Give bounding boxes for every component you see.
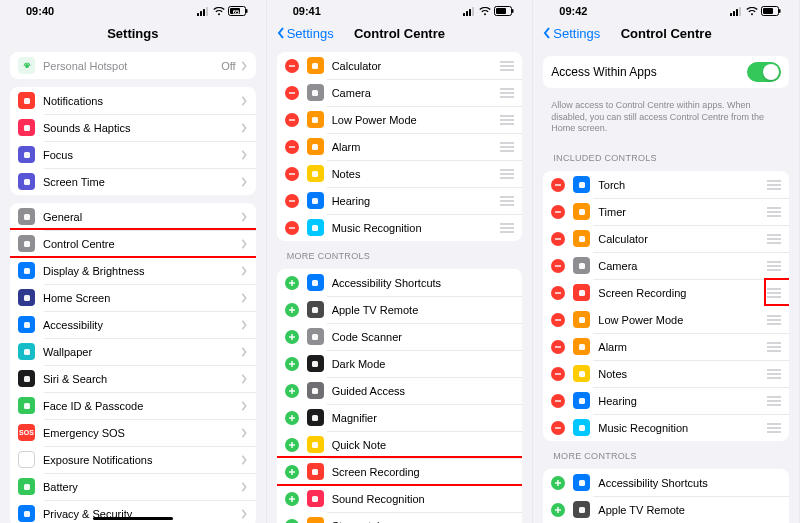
drag-handle-icon[interactable] xyxy=(767,261,781,271)
remove-button[interactable] xyxy=(285,167,299,181)
svg-rect-80 xyxy=(312,388,318,394)
remove-button[interactable] xyxy=(285,140,299,154)
row-notifications[interactable]: Notifications xyxy=(10,87,256,114)
row-a11y-shortcuts[interactable]: Accessibility Shortcuts xyxy=(277,269,523,296)
battery-icon xyxy=(494,6,514,16)
drag-handle-icon[interactable] xyxy=(500,196,514,206)
row-display[interactable]: Display & Brightness xyxy=(10,257,256,284)
row-calculator[interactable]: Calculator xyxy=(277,52,523,79)
row-general[interactable]: General xyxy=(10,203,256,230)
drag-handle-icon[interactable] xyxy=(767,288,781,298)
add-button[interactable] xyxy=(551,503,565,517)
row-access-within-apps[interactable]: Access Within Apps xyxy=(543,56,789,88)
toggle-access[interactable] xyxy=(747,62,781,82)
add-button[interactable] xyxy=(285,330,299,344)
remove-button[interactable] xyxy=(551,259,565,273)
remove-button[interactable] xyxy=(551,394,565,408)
row-quick-note[interactable]: Quick Note xyxy=(277,431,523,458)
row-wallpaper[interactable]: Wallpaper xyxy=(10,338,256,365)
add-button[interactable] xyxy=(285,438,299,452)
row-tv-remote[interactable]: Apple TV Remote xyxy=(277,296,523,323)
row-low-power[interactable]: Low Power Mode xyxy=(543,306,789,333)
add-button[interactable] xyxy=(285,384,299,398)
row-alarm[interactable]: Alarm xyxy=(277,133,523,160)
row-screen-recording[interactable]: Screen Recording xyxy=(277,458,523,485)
row-focus[interactable]: Focus xyxy=(10,141,256,168)
row-tv-remote[interactable]: Apple TV Remote xyxy=(543,496,789,523)
remove-button[interactable] xyxy=(551,367,565,381)
remove-button[interactable] xyxy=(551,286,565,300)
row-calculator[interactable]: Calculator xyxy=(543,225,789,252)
remove-button[interactable] xyxy=(285,221,299,235)
add-button[interactable] xyxy=(551,476,565,490)
row-low-power[interactable]: Low Power Mode xyxy=(277,106,523,133)
row-a11y-shortcuts[interactable]: Accessibility Shortcuts xyxy=(543,469,789,496)
row-siri[interactable]: Siri & Search xyxy=(10,365,256,392)
chevron-right-icon xyxy=(240,320,248,330)
row-music-rec[interactable]: Music Recognition xyxy=(277,214,523,241)
row-magnifier[interactable]: Magnifier xyxy=(277,404,523,431)
row-notes[interactable]: Notes xyxy=(543,360,789,387)
add-button[interactable] xyxy=(285,303,299,317)
drag-handle-icon[interactable] xyxy=(500,223,514,233)
row-hearing[interactable]: Hearing xyxy=(277,187,523,214)
row-personal-hotspot[interactable]: Personal Hotspot Off xyxy=(10,52,256,79)
drag-handle-icon[interactable] xyxy=(500,61,514,71)
drag-handle-icon[interactable] xyxy=(767,180,781,190)
row-code-scanner[interactable]: Code Scanner xyxy=(277,323,523,350)
remove-button[interactable] xyxy=(551,178,565,192)
drag-handle-icon[interactable] xyxy=(767,207,781,217)
row-screen-recording[interactable]: Screen Recording xyxy=(543,279,789,306)
row-stopwatch[interactable]: Stopwatch xyxy=(277,512,523,523)
remove-button[interactable] xyxy=(285,113,299,127)
remove-button[interactable] xyxy=(285,194,299,208)
remove-button[interactable] xyxy=(551,421,565,435)
row-exposure[interactable]: Exposure Notifications xyxy=(10,446,256,473)
row-alarm[interactable]: Alarm xyxy=(543,333,789,360)
remove-button[interactable] xyxy=(551,340,565,354)
row-control-centre[interactable]: Control Centre xyxy=(10,230,256,257)
row-music-rec[interactable]: Music Recognition xyxy=(543,414,789,441)
row-face-id[interactable]: Face ID & Passcode xyxy=(10,392,256,419)
drag-handle-icon[interactable] xyxy=(767,315,781,325)
add-button[interactable] xyxy=(285,465,299,479)
add-button[interactable] xyxy=(285,411,299,425)
drag-handle-icon[interactable] xyxy=(767,396,781,406)
row-camera[interactable]: Camera xyxy=(543,252,789,279)
row-battery[interactable]: Battery xyxy=(10,473,256,500)
drag-handle-icon[interactable] xyxy=(767,423,781,433)
drag-handle-icon[interactable] xyxy=(767,369,781,379)
remove-button[interactable] xyxy=(285,59,299,73)
drag-handle-icon[interactable] xyxy=(500,169,514,179)
add-button[interactable] xyxy=(285,492,299,506)
row-sounds[interactable]: Sounds & Haptics xyxy=(10,114,256,141)
add-button[interactable] xyxy=(285,276,299,290)
row-camera[interactable]: Camera xyxy=(277,79,523,106)
drag-handle-icon[interactable] xyxy=(500,115,514,125)
remove-button[interactable] xyxy=(285,86,299,100)
svg-rect-15 xyxy=(24,268,30,274)
svg-rect-51 xyxy=(289,173,295,174)
remove-button[interactable] xyxy=(551,313,565,327)
remove-button[interactable] xyxy=(551,205,565,219)
row-dark-mode[interactable]: Dark Mode xyxy=(277,350,523,377)
row-hearing[interactable]: Hearing xyxy=(543,387,789,414)
back-button[interactable]: Settings xyxy=(275,26,334,41)
row-home-screen[interactable]: Home Screen xyxy=(10,284,256,311)
row-timer[interactable]: Timer xyxy=(543,198,789,225)
row-guided-access[interactable]: Guided Access xyxy=(277,377,523,404)
drag-handle-icon[interactable] xyxy=(767,342,781,352)
back-button[interactable]: Settings xyxy=(541,26,600,41)
row-notes[interactable]: Notes xyxy=(277,160,523,187)
row-screen-time[interactable]: Screen Time xyxy=(10,168,256,195)
add-button[interactable] xyxy=(285,519,299,524)
drag-handle-icon[interactable] xyxy=(500,88,514,98)
add-button[interactable] xyxy=(285,357,299,371)
drag-handle-icon[interactable] xyxy=(767,234,781,244)
remove-button[interactable] xyxy=(551,232,565,246)
row-accessibility[interactable]: Accessibility xyxy=(10,311,256,338)
drag-handle-icon[interactable] xyxy=(500,142,514,152)
row-sos[interactable]: SOSEmergency SOS xyxy=(10,419,256,446)
row-torch[interactable]: Torch xyxy=(543,171,789,198)
row-sound-rec[interactable]: Sound Recognition xyxy=(277,485,523,512)
